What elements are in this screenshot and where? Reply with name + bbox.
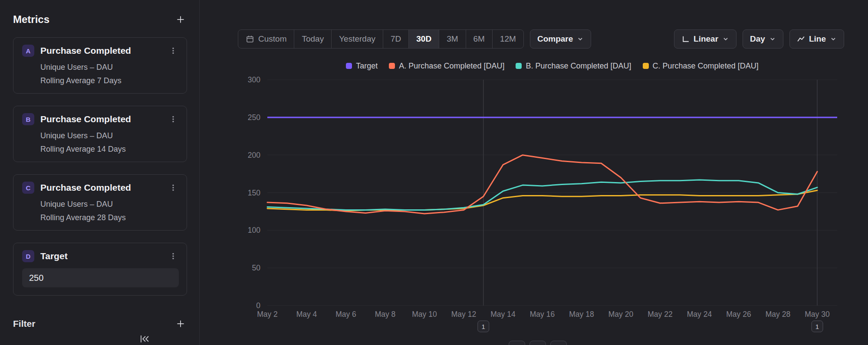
metric-badge-b: B [22,113,34,125]
kebab-menu-icon [169,252,177,260]
main-content: CustomTodayYesterday7D30D3M6M12M Compare… [200,0,868,345]
x-axis-label: May 22 [648,310,672,319]
target-title: Target [40,251,161,261]
annotation-chip[interactable]: 1 [812,321,823,332]
x-axis-label: May 14 [490,310,516,319]
plus-icon [175,318,186,329]
y-axis-label: 250 [248,113,260,122]
target-options-button[interactable] [168,251,179,262]
metric-detail: Rolling Average 14 Days [40,145,179,154]
y-axis-label: 50 [252,264,261,272]
metrics-header: Metrics [13,13,187,26]
y-axis-label: 0 [256,301,260,310]
annotation-chip-label: 1 [482,323,485,330]
x-axis-label: May 12 [451,310,476,319]
metric-card-c[interactable]: C Purchase Completed Unique Users – DAU … [13,174,187,231]
metric-options-button[interactable] [168,45,179,56]
metric-options-button[interactable] [168,114,179,125]
add-filter-button[interactable] [174,317,187,330]
y-axis-label: 100 [248,226,260,234]
kebab-menu-icon [169,115,177,123]
metric-card-header: A Purchase Completed [22,45,179,57]
x-axis-label: May 2 [257,310,278,319]
series-line-b [267,180,817,210]
metric-badge-a: A [22,45,34,57]
y-axis-label: 150 [248,189,260,197]
metrics-title: Metrics [13,13,49,26]
y-axis-label: 300 [248,75,260,84]
x-axis-label: May 6 [335,310,356,319]
collapse-sidebar-button[interactable] [138,334,151,345]
filter-header: Filter [13,317,187,330]
x-axis-label: May 18 [569,310,594,319]
metric-card-header: C Purchase Completed [22,182,179,194]
plus-icon [175,14,186,25]
annotation-chip[interactable]: 1 [478,321,489,332]
metric-card-a[interactable]: A Purchase Completed Unique Users – DAU … [13,37,187,94]
insights-report: { "sidebar": { "metrics_title": "Metrics… [0,0,868,345]
series-line-a [267,155,817,214]
metric-card-b[interactable]: B Purchase Completed Unique Users – DAU … [13,106,187,162]
kebab-menu-icon [169,184,177,192]
metric-title: Purchase Completed [40,46,161,56]
metric-subtitle: Unique Users – DAU [40,200,179,209]
metric-detail: Rolling Average 28 Days [40,213,179,222]
x-axis-label: May 8 [375,310,396,319]
y-axis-label: 200 [248,151,260,159]
metric-detail: Rolling Average 7 Days [40,76,179,85]
collapse-left-icon [138,334,151,344]
target-card-header: D Target [22,250,179,262]
annotation-chip-label: 1 [815,323,819,330]
metric-options-button[interactable] [168,182,179,193]
add-metric-button[interactable] [174,13,187,26]
target-value-input[interactable]: 250 [22,268,179,287]
filter-title: Filter [13,319,35,329]
sidebar: Metrics A Purchase Completed Unique User… [0,0,200,345]
metric-badge-d: D [22,250,34,262]
x-axis-label: May 30 [805,310,830,319]
footer-button-3[interactable] [550,341,567,345]
x-axis-label: May 4 [296,310,317,319]
target-card[interactable]: D Target 250 [13,243,187,296]
footer-button-1[interactable] [509,341,525,345]
metric-card-header: B Purchase Completed [22,113,179,125]
chart-footer-actions [509,341,567,345]
kebab-menu-icon [169,47,177,55]
metric-subtitle: Unique Users – DAU [40,131,179,140]
footer-button-2[interactable] [529,341,546,345]
x-axis-label: May 10 [412,310,437,319]
metric-title: Purchase Completed [40,182,161,193]
x-axis-label: May 28 [766,310,790,319]
metric-badge-c: C [22,182,34,194]
x-axis-label: May 24 [687,310,712,319]
x-axis-label: May 16 [530,310,555,319]
x-axis-label: May 26 [726,310,751,319]
series-line-c [267,190,817,211]
metric-title: Purchase Completed [40,114,161,124]
line-chart: 050100150200250300May 2May 4May 6May 8Ma… [200,0,868,345]
metric-subtitle: Unique Users – DAU [40,63,179,72]
x-axis-label: May 20 [608,310,634,319]
